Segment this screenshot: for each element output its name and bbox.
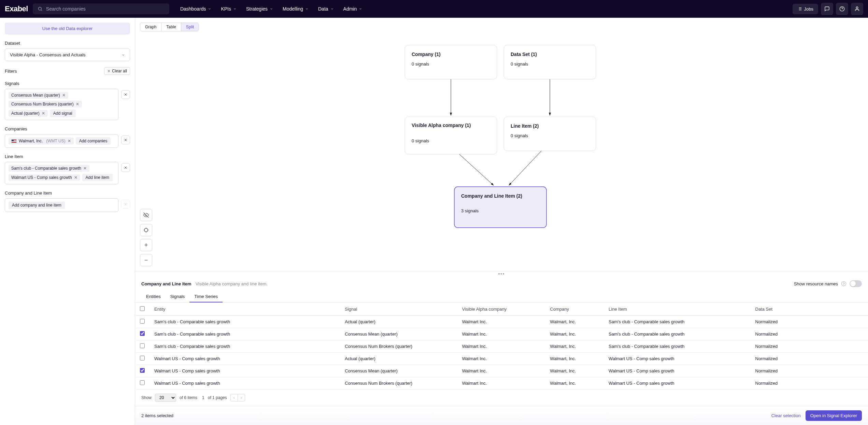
table-row[interactable]: Sam's club - Comparable sales growthCons… — [135, 328, 868, 340]
remove-signals-group[interactable] — [121, 90, 130, 99]
logo: Exabel — [5, 4, 28, 13]
remove-chip[interactable]: ✕ — [62, 93, 66, 98]
list-icon — [797, 6, 802, 11]
col-header[interactable]: Company — [545, 303, 604, 316]
svg-text:Company and Line Item (2): Company and Line Item (2) — [461, 193, 522, 199]
remove-chip[interactable]: ✕ — [68, 139, 71, 143]
row-checkbox[interactable] — [140, 343, 145, 348]
graph-canvas[interactable]: Company (1) 0 signals Data Set (1) 0 sig… — [135, 31, 868, 271]
sidebar: Use the old Data explorer Dataset Visibl… — [0, 18, 135, 425]
panel-tab-signals[interactable]: Signals — [166, 291, 190, 302]
col-header[interactable]: Data Set — [751, 303, 868, 316]
add-signal[interactable]: Add signal — [50, 110, 76, 117]
svg-text:0 signals: 0 signals — [511, 133, 528, 138]
panel-title: Company and Line Item — [141, 281, 191, 286]
nav-strategies[interactable]: Strategies — [242, 3, 277, 14]
svg-text:Line Item (2): Line Item (2) — [511, 123, 539, 129]
nav-modelling[interactable]: Modelling — [279, 3, 313, 14]
add-company-lineitem[interactable]: Add company and line item — [9, 201, 65, 209]
panel-tab-entities[interactable]: Entities — [141, 291, 166, 302]
col-header[interactable]: Signal — [340, 303, 457, 316]
toggle-visibility[interactable] — [140, 209, 152, 221]
bottom-panel: Company and Line Item Visible Alpha comp… — [135, 276, 868, 425]
lineitem-group: Sam's club - Comparable sales growth✕Wal… — [5, 162, 118, 184]
col-header[interactable]: Line Item — [604, 303, 750, 316]
prev-page[interactable]: ‹ — [231, 394, 238, 401]
row-checkbox[interactable] — [140, 356, 145, 360]
svg-text:0 signals: 0 signals — [412, 61, 429, 67]
company-lineitem-group: Add company and line item — [5, 198, 118, 212]
lineitem-chip: Walmart US - Comp sales growth✕ — [9, 174, 80, 181]
x-icon — [124, 138, 128, 142]
show-resource-toggle[interactable] — [850, 280, 862, 287]
search-input[interactable] — [46, 6, 165, 12]
nav-dashboards[interactable]: Dashboards — [176, 3, 216, 14]
add-lineitem[interactable]: Add line item — [82, 174, 113, 181]
remove-chip[interactable]: ✕ — [76, 102, 79, 107]
add-companies[interactable]: Add companies — [76, 137, 111, 145]
remove-chip[interactable]: ✕ — [83, 166, 87, 171]
dataset-value: Visible Alpha - Consensus and Actuals — [10, 52, 86, 57]
us-flag-icon — [11, 139, 17, 143]
table-row[interactable]: Walmart US - Comp sales growthActual (qu… — [135, 353, 868, 365]
nav-kpis[interactable]: KPIs — [217, 3, 241, 14]
view-tab-graph[interactable]: Graph — [140, 23, 161, 31]
search-icon — [38, 6, 43, 12]
help-icon[interactable]: ? — [841, 281, 846, 286]
zoom-out[interactable]: − — [140, 254, 152, 266]
dataset-label: Dataset — [5, 41, 130, 46]
open-signal-explorer[interactable]: Open in Signal Explorer — [806, 410, 862, 421]
row-checkbox[interactable] — [140, 331, 145, 336]
view-tab-table[interactable]: Table — [161, 23, 181, 31]
svg-point-0 — [38, 7, 41, 10]
table-row[interactable]: Sam's club - Comparable sales growthCons… — [135, 340, 868, 353]
jobs-button[interactable]: Jobs — [793, 4, 818, 14]
remove-lineitem-group[interactable] — [121, 163, 130, 172]
col-header[interactable]: Entity — [150, 303, 340, 316]
remove-chip[interactable]: ✕ — [74, 175, 77, 180]
view-tab-split[interactable]: Split — [181, 23, 199, 31]
table-row[interactable]: Sam's club - Comparable sales growthActu… — [135, 316, 868, 328]
panel-drag-handle[interactable]: ••• — [135, 271, 868, 276]
svg-line-1 — [41, 10, 42, 11]
svg-rect-33 — [454, 187, 546, 228]
recenter[interactable] — [140, 224, 152, 236]
svg-text:3 signals: 3 signals — [461, 208, 479, 213]
user-button[interactable] — [851, 3, 863, 15]
help-button[interactable] — [836, 3, 848, 15]
next-page[interactable]: › — [238, 394, 245, 401]
page-size-select[interactable]: 20 — [155, 394, 176, 402]
main-area: GraphTableSplit Company (1) 0 signals Da… — [135, 18, 868, 425]
svg-line-38 — [459, 154, 494, 185]
companies-group: Walmart, Inc. (WMT US) ✕ Add companies — [5, 134, 118, 148]
nav-data[interactable]: Data — [314, 3, 338, 14]
clear-selection[interactable]: Clear selection — [771, 413, 801, 418]
svg-text:0 signals: 0 signals — [511, 61, 528, 67]
show-resource-label: Show resource names — [794, 281, 838, 286]
table-row[interactable]: Walmart US - Comp sales growthConsensus … — [135, 377, 868, 389]
signals-label: Signals — [5, 81, 130, 86]
row-checkbox[interactable] — [140, 368, 145, 373]
zoom-in[interactable]: + — [140, 239, 152, 251]
row-checkbox[interactable] — [140, 380, 145, 385]
col-header[interactable]: Visible Alpha company — [457, 303, 545, 316]
select-all-checkbox[interactable] — [140, 306, 145, 311]
filters-label: Filters — [5, 69, 17, 74]
row-checkbox[interactable] — [140, 319, 145, 324]
old-explorer-link[interactable]: Use the old Data explorer — [5, 23, 130, 34]
search-box[interactable] — [33, 3, 169, 14]
help-icon — [839, 6, 845, 12]
nav-admin[interactable]: Admin — [339, 3, 367, 14]
dataset-dropdown[interactable]: Visible Alpha - Consensus and Actuals — [5, 48, 130, 61]
remove-companies-group[interactable] — [121, 136, 130, 144]
svg-text:Data Set (1): Data Set (1) — [511, 52, 537, 57]
svg-text:0 signals: 0 signals — [412, 138, 429, 143]
panel-tab-time-series[interactable]: Time Series — [189, 291, 223, 302]
lineitem-label: Line Item — [5, 154, 130, 159]
table-row[interactable]: Walmart US - Comp sales growthConsensus … — [135, 365, 868, 377]
svg-text:Company (1): Company (1) — [412, 52, 441, 57]
remove-chip[interactable]: ✕ — [42, 111, 45, 116]
clear-all-button[interactable]: Clear all — [104, 67, 130, 75]
company-lineitem-label: Company and Line Item — [5, 190, 130, 196]
chat-button[interactable] — [821, 3, 833, 15]
